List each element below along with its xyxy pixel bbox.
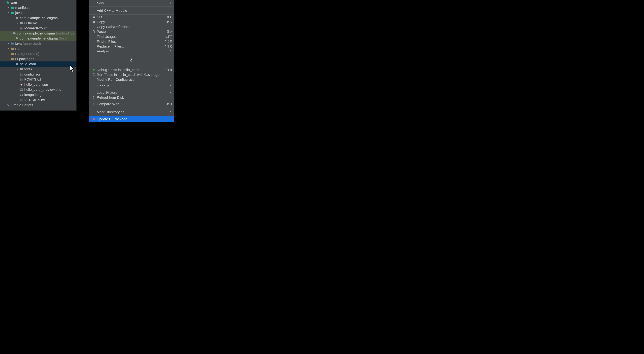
submenu-arrow-icon <box>168 84 172 88</box>
pink-dot-icon <box>92 117 96 121</box>
ctx-item-open-in[interactable]: Open In <box>90 82 174 90</box>
submenu-arrow-icon <box>168 49 172 53</box>
shortcut: ⌘D <box>166 102 172 106</box>
ctx-label: Cut <box>97 15 166 19</box>
ctx-item-replace-in-files[interactable]: Replace in Files... ⌃⇧R <box>90 44 174 49</box>
tree-row-fonts-txt[interactable]: FONTS.txt <box>0 77 76 82</box>
ctx-item-add-cpp[interactable]: Add C++ to Module <box>90 6 174 14</box>
ctx-item-paste[interactable]: Paste ⌘V <box>90 29 174 34</box>
ctx-label: Paste <box>97 30 166 34</box>
chevron-right-icon[interactable] <box>6 6 10 10</box>
tree-label: hello_card <box>20 62 36 66</box>
ctx-item-mark-directory[interactable]: Mark Directory as <box>90 108 174 116</box>
text-file-icon <box>20 98 23 102</box>
tree-label: java <box>15 11 22 15</box>
scissors-icon <box>92 15 96 19</box>
ctx-label: Analyze <box>97 49 168 53</box>
context-menu[interactable]: New Add C++ to Module Cut ⌘X Copy ⌘C Cop… <box>90 0 174 122</box>
tree-row-hello-card-json[interactable]: hello_card.json <box>0 82 76 87</box>
tree-label: fonts <box>24 67 32 71</box>
ctx-item-cut[interactable]: Cut ⌘X <box>90 14 174 19</box>
ctx-item-find-in-files[interactable]: Find in Files... ⌃⇧F <box>90 39 174 44</box>
ctx-item-modify-run-config[interactable]: Modify Run Configuration... <box>90 77 174 82</box>
res-folder-icon <box>10 57 14 61</box>
text-file-icon <box>20 78 23 81</box>
tree-label: VERSION.txt <box>24 98 45 102</box>
tree-row-app[interactable]: app <box>0 0 76 5</box>
tree-row-java[interactable]: java <box>0 10 76 15</box>
ctx-item-compare-with[interactable]: Compare With... ⌘D <box>90 100 174 108</box>
ctx-item-new[interactable]: New <box>90 0 174 6</box>
tree-suffix: (androidTest) <box>56 31 76 35</box>
tree-row-res-generated[interactable]: res (generated) <box>0 51 76 56</box>
ctx-label: Mark Directory as <box>97 110 168 114</box>
chevron-right-icon[interactable] <box>11 36 15 40</box>
ctx-item-copy[interactable]: Copy ⌘C <box>90 19 174 24</box>
ctx-label: Debug 'Tests in 'hello_card'' <box>97 68 162 72</box>
tree-row-java-generated[interactable]: java (generated) <box>0 41 76 46</box>
tree-row-pkg-main[interactable]: com.example.hellofigma <box>0 15 76 21</box>
chevron-down-icon[interactable] <box>11 62 15 66</box>
bug-icon <box>92 68 96 71</box>
ctx-item-reload-disk[interactable]: Reload from Disk <box>90 95 174 100</box>
tree-label: hello_card.json <box>24 83 48 87</box>
tree-suffix: (test) <box>59 36 67 40</box>
res-folder-icon <box>10 52 14 56</box>
tree-row-gradle-scripts[interactable]: Gradle Scripts <box>0 103 76 108</box>
tree-label: res <box>15 47 20 51</box>
tree-row-version-txt[interactable]: VERSION.txt <box>0 97 76 103</box>
tree-row-pkg-test[interactable]: com.example.hellofigma (test) <box>0 36 76 41</box>
chevron-right-icon[interactable] <box>6 47 10 51</box>
tree-row-hello-card[interactable]: hello_card <box>0 61 76 67</box>
tree-label: com.example.hellofigma <box>20 16 58 20</box>
tree-row-fonts[interactable]: fonts <box>0 67 76 72</box>
ctx-label: Compare With... <box>97 102 166 106</box>
tree-label: hello_card_preview.png <box>24 88 62 92</box>
folder-icon <box>20 67 23 71</box>
ctx-item-find-usages[interactable]: Find Usages ⌥F7 <box>90 34 174 39</box>
project-tree-panel[interactable]: app manifests java com.example.hellofigm… <box>0 0 76 111</box>
tree-label: Gradle Scripts <box>11 103 33 107</box>
tree-row-image-jpeg[interactable]: image.jpeg <box>0 92 76 97</box>
chevron-down-icon[interactable] <box>2 0 6 4</box>
package-icon <box>15 16 19 20</box>
tree-row-ui-theme[interactable]: ui.theme <box>0 20 76 26</box>
tree-row-main-activity[interactable]: MainActivity.kt <box>0 26 76 31</box>
tree-label: manifests <box>15 6 30 10</box>
separator <box>90 122 174 122</box>
ctx-item-analyze[interactable]: Analyze <box>90 49 174 54</box>
tree-row-hello-card-preview[interactable]: hello_card_preview.png <box>0 87 76 92</box>
tree-label: MainActivity.kt <box>24 26 46 30</box>
generated-folder-icon <box>10 42 14 45</box>
chevron-down-icon[interactable] <box>6 57 10 61</box>
tree-row-ui-packages[interactable]: ui-packages <box>0 56 76 62</box>
copy-icon <box>92 20 96 24</box>
chevron-down-icon[interactable] <box>11 16 15 20</box>
compare-icon <box>92 102 96 106</box>
chevron-right-icon[interactable] <box>10 31 12 35</box>
tree-label: res <box>15 52 20 56</box>
folder-icon <box>10 11 14 14</box>
tree-row-res[interactable]: res <box>0 46 76 51</box>
shortcut: ⌃⇧R <box>164 44 172 48</box>
coverage-icon <box>92 73 96 76</box>
chevron-down-icon[interactable] <box>6 11 10 15</box>
tree-row-manifests[interactable]: manifests <box>0 5 76 10</box>
ctx-label: Update UI Package <box>97 117 172 121</box>
ctx-item-debug-tests[interactable]: Debug 'Tests in 'hello_card'' ⌃⇧F9 <box>90 67 174 72</box>
ctx-item-local-history[interactable]: Local History <box>90 90 174 95</box>
chevron-right-icon[interactable] <box>2 103 6 107</box>
chevron-right-icon[interactable] <box>16 21 20 25</box>
shortcut: ⌥F7 <box>164 35 172 39</box>
ctx-item-run-coverage[interactable]: Run 'Tests in 'hello_card'' with Coverag… <box>90 72 174 77</box>
ctx-truncation-indicator <box>90 54 174 67</box>
ctx-item-update-ui-package[interactable]: Update UI Package <box>90 116 174 122</box>
chevron-right-icon[interactable] <box>16 67 20 71</box>
tree-label: FONTS.txt <box>24 77 41 81</box>
json-file-icon <box>20 72 23 76</box>
folder-icon <box>10 6 14 9</box>
ctx-item-copy-path[interactable]: Copy Path/Reference... <box>90 24 174 29</box>
chevron-right-icon[interactable] <box>6 41 10 45</box>
tree-row-pkg-androidtest[interactable]: com.example.hellofigma (androidTest) <box>0 31 76 36</box>
tree-row-config-json[interactable]: config.json <box>0 72 76 77</box>
